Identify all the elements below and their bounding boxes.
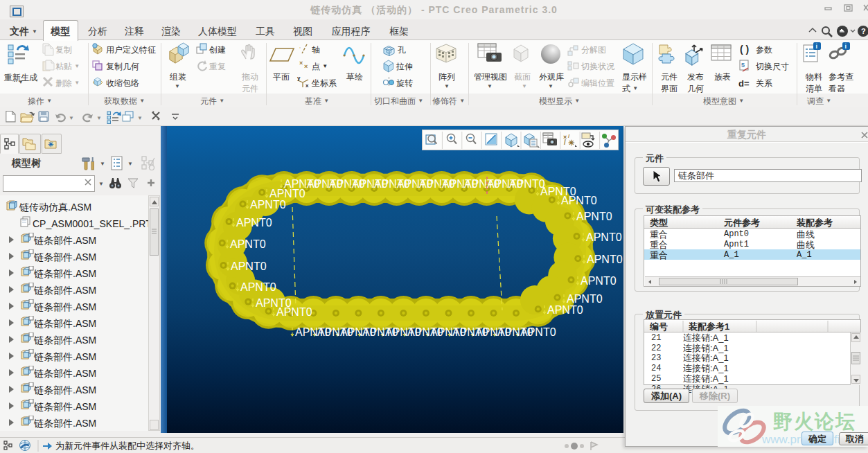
svg-text:▼: ▼	[96, 115, 102, 121]
svg-text:?: ?	[861, 27, 866, 35]
svg-text:5: 5	[741, 62, 745, 69]
svg-text:x: x	[305, 82, 309, 89]
svg-text:APNT0: APNT0	[576, 211, 612, 222]
svg-text:野火论坛: 野火论坛	[773, 411, 856, 432]
svg-text:,: ,	[299, 44, 301, 48]
svg-text:APNT0: APNT0	[236, 217, 272, 229]
svg-text:▼: ▼	[137, 115, 143, 121]
svg-text:( ): ( )	[740, 44, 749, 55]
svg-text:APNT0: APNT0	[240, 281, 276, 293]
svg-text:▼: ▼	[98, 181, 104, 187]
svg-text:i: i	[845, 43, 847, 50]
svg-text:▼: ▼	[69, 115, 74, 121]
svg-text:×: ×	[304, 63, 308, 70]
svg-text:▼: ▼	[127, 161, 133, 167]
svg-text:✳: ✳	[48, 141, 54, 148]
svg-text:APNT0: APNT0	[256, 297, 292, 309]
svg-text:▼: ▼	[100, 161, 105, 167]
svg-text:✳: ✳	[568, 139, 575, 147]
svg-text:APNT0: APNT0	[230, 238, 266, 250]
svg-text:APNT0: APNT0	[567, 293, 603, 305]
svg-text:APNT0: APNT0	[561, 195, 597, 206]
svg-text:为新元件事件从装配中选择对齐轴。: 为新元件事件从装配中选择对齐轴。	[55, 441, 200, 451]
svg-text:APNT0: APNT0	[269, 188, 305, 199]
svg-text:APNT0: APNT0	[587, 254, 623, 265]
svg-text:APNT0: APNT0	[231, 260, 267, 272]
svg-text:APNT0: APNT0	[547, 304, 583, 316]
svg-text:×: ×	[299, 60, 303, 66]
svg-text:y: y	[297, 75, 301, 81]
svg-text:d=: d=	[738, 78, 750, 89]
svg-text:i: i	[816, 43, 818, 50]
svg-text:APNT0: APNT0	[250, 199, 286, 211]
svg-text:APNT0: APNT0	[586, 231, 622, 243]
svg-text:APNT0: APNT0	[295, 326, 331, 338]
svg-text:/: /	[564, 139, 566, 146]
svg-text:APNT0: APNT0	[509, 178, 545, 190]
svg-text:APNT0: APNT0	[581, 275, 617, 287]
